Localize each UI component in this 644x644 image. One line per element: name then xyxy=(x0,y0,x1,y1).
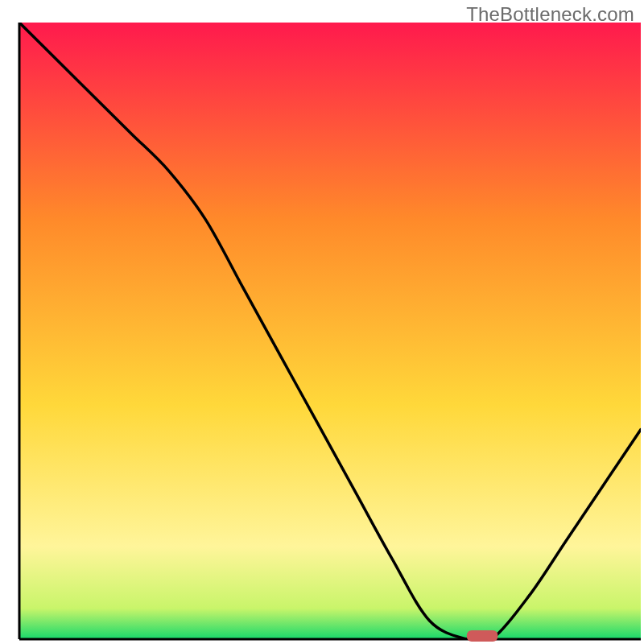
bottleneck-chart xyxy=(0,0,644,644)
chart-container: TheBottleneck.com xyxy=(0,0,644,644)
optimal-marker xyxy=(467,630,498,642)
